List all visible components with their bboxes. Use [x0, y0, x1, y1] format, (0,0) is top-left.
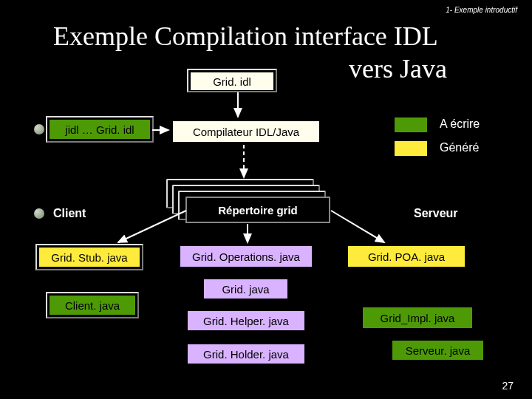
- grid-helper-box: Grid. Helper. java: [187, 310, 305, 331]
- folder-repertoire-grid: Répertoire grid: [185, 197, 330, 223]
- svg-line-5: [331, 211, 384, 242]
- compiler-box: Compilateur IDL/Java: [172, 120, 320, 143]
- serveur-label: Serveur: [414, 207, 458, 220]
- breadcrumb: 1- Exemple introductif: [446, 6, 517, 14]
- page-title-line1: Exemple Compilation interface IDL: [53, 21, 438, 52]
- legend-swatch-yellow: [394, 140, 428, 157]
- grid-idl-box: Grid. idl: [190, 72, 274, 91]
- grid-java-box: Grid. java: [203, 279, 288, 299]
- grid-poa-box: Grid. POA. java: [347, 245, 466, 267]
- legend-a-ecrire: A écrire: [440, 117, 480, 131]
- bullet-icon: [34, 208, 44, 219]
- legend-genere: Généré: [440, 141, 479, 154]
- legend-swatch-green: [394, 117, 428, 133]
- grid-stub-box: Grid. Stub. java: [38, 247, 140, 267]
- grid-holder-box: Grid. Holder. java: [187, 344, 305, 364]
- serveur-java-box: Serveur. java: [392, 340, 484, 361]
- grid-impl-box: Grid_Impl. java: [362, 307, 473, 329]
- page-title-line2: vers Java: [349, 53, 447, 84]
- bullet-icon: [34, 124, 44, 134]
- page-number: 27: [502, 380, 514, 392]
- client-label: Client: [53, 207, 86, 220]
- client-java-box: Client. java: [49, 295, 136, 316]
- jidl-command-box: jidl … Grid. idl: [49, 119, 151, 140]
- grid-operations-box: Grid. Operations. java: [180, 245, 313, 267]
